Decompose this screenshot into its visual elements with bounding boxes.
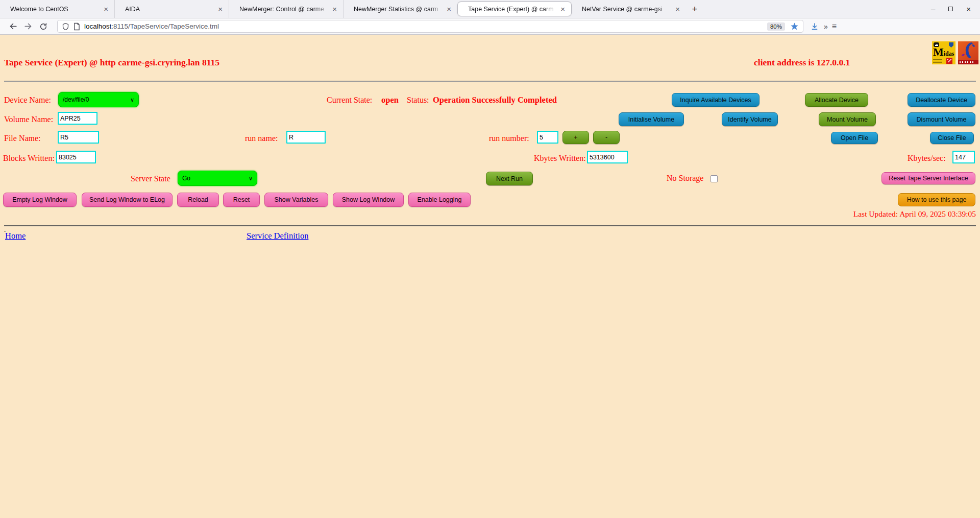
no-storage-label: No Storage [667, 174, 703, 183]
show-variables-button[interactable]: Show Variables [264, 193, 328, 207]
url-path: :8115/TapeService/TapeService.tml [111, 22, 219, 30]
back-button[interactable] [5, 22, 20, 31]
tab-close-icon[interactable]: × [673, 5, 682, 13]
run-number-decrement-button[interactable]: - [593, 131, 620, 144]
file-name-input[interactable] [58, 131, 99, 144]
no-storage-checkbox[interactable] [710, 175, 718, 182]
run-name-input[interactable] [286, 131, 326, 144]
tab-label: NewMerger: Control @ carme [239, 6, 330, 13]
open-file-button[interactable]: Open File [831, 132, 878, 144]
home-link[interactable]: Home [5, 231, 26, 241]
tab-newmerger-control[interactable]: NewMerger: Control @ carme × [229, 0, 343, 18]
tab-close-icon[interactable]: × [558, 5, 567, 13]
header-divider [4, 81, 976, 82]
volume-name-input[interactable] [58, 112, 97, 125]
service-definition-link[interactable]: Service Definition [247, 231, 308, 241]
run-name-label: run name: [245, 134, 278, 143]
blocks-written-input[interactable] [56, 151, 96, 163]
midas-powered-by-mark [933, 59, 942, 63]
tab-label: NewMerger Statistics @ carm [354, 6, 445, 13]
minimize-button[interactable]: – [931, 5, 935, 13]
file-name-label: File Name: [4, 134, 41, 143]
tab-bar-spacer [703, 0, 922, 18]
show-log-window-button[interactable]: Show Log Window [333, 193, 404, 207]
reset-tape-server-interface-button[interactable]: Reset Tape Server Interface [881, 172, 975, 184]
deallocate-device-button[interactable]: Deallocate Device [908, 93, 975, 107]
tab-label: NetVar Service @ carme-gsi [582, 6, 673, 13]
tab-newmerger-statistics[interactable]: NewMerger Statistics @ carm × [343, 0, 457, 18]
client-address: client address is 127.0.0.1 [754, 57, 850, 68]
bookmark-star-icon[interactable] [790, 22, 799, 31]
tab-label: Welcome to CentOS [10, 6, 102, 13]
footer-divider [4, 225, 976, 226]
next-run-button[interactable]: Next Run [486, 172, 533, 185]
tab-welcome-centos[interactable]: Welcome to CentOS × [0, 0, 114, 18]
reset-button[interactable]: Reset [223, 193, 260, 207]
gsi-logo[interactable] [958, 41, 978, 64]
tab-tape-service-active[interactable]: Tape Service (Expert) @ carm × [457, 2, 572, 16]
chevron-down-icon: ∨ [130, 97, 134, 103]
window-controls: – × [922, 0, 980, 18]
tab-close-icon[interactable]: × [330, 5, 339, 13]
midas-logo[interactable]: Midas [932, 41, 955, 64]
tab-label: Tape Service (Expert) @ carm [468, 6, 558, 13]
server-state-select[interactable]: Go ∨ [178, 171, 257, 186]
midas-logo-text: Midas [933, 48, 954, 58]
how-to-use-this-page-button[interactable]: How to use this page [898, 193, 975, 206]
gsi-logo-banner [958, 60, 978, 64]
run-number-increment-button[interactable]: + [562, 131, 589, 144]
initialise-volume-button[interactable]: Initialise Volume [619, 112, 684, 126]
current-state-label: Current State: [327, 96, 372, 105]
tab-close-icon[interactable]: × [445, 5, 453, 13]
forward-button[interactable] [20, 22, 36, 31]
navigation-toolbar: localhost:8115/TapeService/TapeService.t… [0, 18, 980, 35]
tab-close-icon[interactable]: × [102, 5, 110, 13]
empty-log-window-button[interactable]: Empty Log Window [3, 193, 77, 207]
tab-bar: Welcome to CentOS × AIDA × NewMerger: Co… [0, 0, 980, 18]
dismount-volume-button[interactable]: Dismount Volume [908, 112, 975, 126]
reload-button[interactable] [36, 22, 51, 31]
url-host: localhost [84, 22, 111, 30]
device-name-label: Device Name: [4, 96, 51, 105]
page-content: Tape Service (Expert) @ http carme-gsi.c… [0, 35, 980, 518]
device-name-value: /dev/file/0 [63, 96, 89, 103]
page-title: Tape Service (Expert) @ http carme-gsi.c… [4, 57, 219, 68]
downloads-icon[interactable] [811, 22, 819, 31]
run-number-input[interactable] [537, 131, 558, 144]
device-name-select[interactable]: /dev/file/0 ∨ [58, 92, 139, 107]
current-state-value: open [381, 95, 399, 105]
more-tools-icon[interactable]: » [824, 22, 827, 31]
run-number-label: run number: [489, 134, 529, 143]
gsi-swirl-icon [958, 41, 978, 60]
tab-close-icon[interactable]: × [216, 5, 225, 13]
enable-logging-button[interactable]: Enable Logging [408, 193, 471, 207]
url-text: localhost:8115/TapeService/TapeService.t… [84, 22, 767, 30]
kbytes-written-input[interactable] [587, 151, 628, 163]
inquire-available-devices-button[interactable]: Inquire Available Devices [672, 93, 760, 107]
tab-aida[interactable]: AIDA × [114, 0, 229, 18]
tab-label: AIDA [125, 6, 216, 13]
kbytes-written-label: Kbytes Written: [534, 154, 586, 163]
zoom-level-badge[interactable]: 80% [767, 22, 785, 31]
reload-page-button[interactable]: Reload [177, 193, 219, 207]
toolbar-right-icons: » ≡ [811, 22, 837, 31]
url-bar[interactable]: localhost:8115/TapeService/TapeService.t… [57, 20, 803, 33]
kbytes-per-sec-label: Kbytes/sec: [908, 154, 946, 163]
close-file-button[interactable]: Close File [930, 132, 974, 144]
status-value: Operation Successfully Completed [433, 95, 557, 105]
shield-icon[interactable] [62, 22, 69, 31]
volume-name-label: Volume Name: [4, 115, 53, 124]
kbytes-per-sec-input[interactable] [952, 151, 975, 163]
identify-volume-button[interactable]: Identify Volume [722, 112, 778, 126]
last-updated-text: Last Updated: April 09, 2025 03:39:05 [853, 209, 976, 219]
midas-red-badge [946, 58, 952, 64]
tab-netvar-service[interactable]: NetVar Service @ carme-gsi × [572, 0, 686, 18]
close-window-button[interactable]: × [966, 5, 971, 13]
page-info-icon[interactable] [74, 22, 80, 31]
new-tab-button[interactable]: + [686, 0, 703, 18]
maximize-button[interactable] [948, 7, 953, 11]
mount-volume-button[interactable]: Mount Volume [819, 112, 876, 126]
allocate-device-button[interactable]: Allocate Device [805, 93, 868, 107]
menu-icon[interactable]: ≡ [832, 22, 837, 31]
send-log-window-to-elog-button[interactable]: Send Log Window to ELog [82, 193, 173, 207]
